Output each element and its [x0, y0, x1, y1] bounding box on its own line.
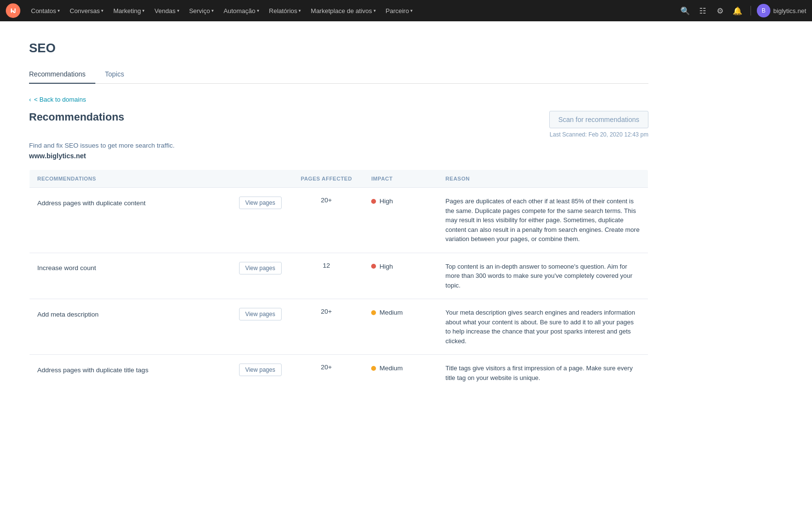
view-pages-button-3[interactable]: View pages — [239, 364, 282, 376]
impact-cell-2: Medium — [363, 299, 437, 355]
topnav-right-actions: 🔍 ☷ ⚙ 🔔 B biglytics.net — [678, 3, 806, 18]
chevron-icon: ▾ — [211, 8, 214, 13]
chevron-icon: ▾ — [142, 8, 145, 13]
nav-relatorios[interactable]: Relatórios▾ — [264, 0, 306, 21]
table-row: Increase word count View pages 12 High T… — [30, 253, 648, 299]
table-row: Address pages with duplicate title tags … — [30, 355, 648, 392]
recommendations-title: Recommendations — [29, 111, 124, 123]
impact-dot-1 — [371, 264, 376, 269]
chevron-icon: ▾ — [374, 8, 376, 13]
grid-icon[interactable]: ☷ — [695, 3, 710, 18]
rec-cell-1: Increase word count View pages — [30, 253, 289, 299]
reason-text-3: Title tags give visitors a first impress… — [446, 364, 633, 381]
nav-servico[interactable]: Serviço▾ — [184, 0, 219, 21]
account-name[interactable]: biglytics.net — [773, 7, 806, 15]
pages-affected-cell-1: 12 — [289, 253, 363, 299]
rec-name-1: Increase word count — [37, 264, 229, 272]
chevron-icon: ▾ — [410, 8, 413, 13]
top-navigation: Contatos▾ Conversas▾ Marketing▾ Vendas▾ … — [0, 0, 812, 21]
pages-affected-cell-3: 20+ — [289, 355, 363, 392]
th-impact: IMPACT — [363, 170, 437, 188]
nav-conversas[interactable]: Conversas▾ — [65, 0, 108, 21]
recommendations-header: Recommendations Scan for recommendations… — [29, 111, 648, 138]
rec-name-3: Address pages with duplicate title tags — [37, 366, 229, 374]
impact-label-0: High — [379, 197, 393, 205]
rec-cell-2: Add meta description View pages — [30, 299, 289, 355]
nav-vendas[interactable]: Vendas▾ — [150, 0, 184, 21]
impact-label-3: Medium — [379, 364, 403, 372]
reason-cell-3: Title tags give visitors a first impress… — [438, 355, 648, 392]
nav-contatos[interactable]: Contatos▾ — [26, 0, 65, 21]
chevron-icon: ▾ — [101, 8, 104, 13]
page-title: SEO — [29, 41, 648, 56]
impact-dot-0 — [371, 199, 376, 204]
table-row: Address pages with duplicate content Vie… — [30, 188, 648, 253]
reason-cell-2: Your meta description gives search engin… — [438, 299, 648, 355]
search-icon[interactable]: 🔍 — [678, 3, 692, 18]
pages-affected-cell-0: 20+ — [289, 188, 363, 253]
recommendations-title-area: Recommendations — [29, 111, 124, 123]
rec-name-2: Add meta description — [37, 311, 229, 318]
impact-dot-3 — [371, 366, 376, 371]
chevron-icon: ▾ — [177, 8, 180, 13]
tabs: Recommendations Topics — [29, 65, 648, 84]
pages-affected-cell-2: 20+ — [289, 299, 363, 355]
tab-topics[interactable]: Topics — [105, 65, 134, 84]
scan-area: Scan for recommendations Last Scanned: F… — [549, 111, 648, 138]
chevron-icon: ▾ — [257, 8, 259, 13]
last-scanned-text: Last Scanned: Feb 20, 2020 12:43 pm — [549, 131, 648, 138]
nav-marketing[interactable]: Marketing▾ — [108, 0, 150, 21]
reason-text-1: Top content is an in-depth answer to som… — [446, 263, 632, 289]
back-link-text: < Back to domains — [34, 96, 86, 103]
recommendations-subtitle: Find and fix SEO issues to get more sear… — [29, 142, 648, 149]
hubspot-logo[interactable] — [6, 3, 20, 18]
th-recommendations: RECOMMENDATIONS — [30, 170, 289, 188]
view-pages-button-2[interactable]: View pages — [239, 308, 282, 320]
impact-cell-3: Medium — [363, 355, 437, 392]
impact-label-2: Medium — [379, 309, 403, 316]
scan-for-recommendations-button[interactable]: Scan for recommendations — [549, 111, 648, 128]
nav-automacao[interactable]: Automação▾ — [219, 0, 264, 21]
recommendations-table: RECOMMENDATIONS PAGES AFFECTED IMPACT RE… — [29, 169, 648, 392]
reason-cell-0: Pages are duplicates of each other if at… — [438, 188, 648, 253]
table-row: Add meta description View pages 20+ Medi… — [30, 299, 648, 355]
impact-label-1: High — [379, 263, 393, 270]
settings-icon[interactable]: ⚙ — [713, 3, 727, 18]
impact-cell-0: High — [363, 188, 437, 253]
view-pages-button-1[interactable]: View pages — [239, 262, 282, 274]
rec-cell-0: Address pages with duplicate content Vie… — [30, 188, 289, 253]
back-to-domains-link[interactable]: ‹ < Back to domains — [29, 96, 86, 103]
impact-dot-2 — [371, 310, 376, 315]
chevron-icon: ▾ — [299, 8, 301, 13]
view-pages-button-0[interactable]: View pages — [239, 197, 282, 209]
tab-recommendations[interactable]: Recommendations — [29, 65, 95, 84]
notifications-icon[interactable]: 🔔 — [730, 3, 745, 18]
reason-text-0: Pages are duplicates of each other if at… — [446, 197, 640, 243]
domain-name: www.biglytics.net — [29, 152, 648, 160]
back-chevron-icon: ‹ — [29, 96, 31, 103]
th-reason: REASON — [438, 170, 648, 188]
reason-text-2: Your meta description gives search engin… — [446, 309, 635, 345]
page-content: SEO Recommendations Topics ‹ < Back to d… — [0, 21, 677, 411]
reason-cell-1: Top content is an in-depth answer to som… — [438, 253, 648, 299]
nav-parceiro[interactable]: Parceiro▾ — [381, 0, 418, 21]
table-header-row: RECOMMENDATIONS PAGES AFFECTED IMPACT RE… — [30, 170, 648, 188]
nav-marketplace[interactable]: Marketplace de ativos▾ — [306, 0, 380, 21]
nav-links: Contatos▾ Conversas▾ Marketing▾ Vendas▾ … — [26, 0, 678, 21]
impact-cell-1: High — [363, 253, 437, 299]
rec-name-0: Address pages with duplicate content — [37, 199, 229, 207]
th-pages-affected: PAGES AFFECTED — [289, 170, 363, 188]
rec-cell-3: Address pages with duplicate title tags … — [30, 355, 289, 392]
svg-rect-2 — [11, 11, 14, 12]
avatar[interactable]: B — [757, 4, 770, 17]
chevron-icon: ▾ — [58, 8, 60, 13]
nav-divider — [751, 6, 751, 15]
